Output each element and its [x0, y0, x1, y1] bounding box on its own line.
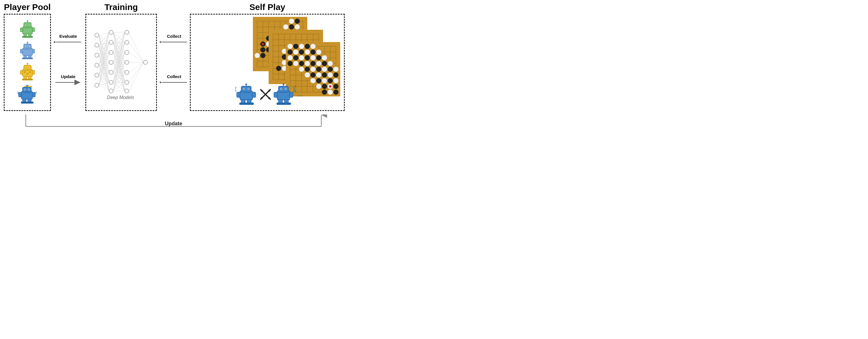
svg-rect-24 [32, 49, 35, 53]
svg-point-317 [287, 49, 293, 55]
svg-point-52 [24, 89, 26, 90]
svg-point-350 [333, 72, 339, 77]
svg-point-327 [310, 55, 316, 60]
svg-point-312 [287, 44, 293, 49]
svg-point-3 [27, 20, 28, 22]
svg-point-197 [109, 60, 113, 64]
robot-green [19, 20, 36, 38]
player-pool-column: Player Pool [2, 2, 53, 111]
svg-rect-373 [252, 92, 255, 97]
svg-point-248 [295, 24, 300, 30]
update-arrow-group-left: Update [54, 74, 83, 85]
svg-point-346 [310, 72, 316, 77]
svg-point-21 [29, 46, 30, 47]
svg-point-203 [125, 50, 129, 54]
svg-rect-38 [32, 70, 35, 74]
svg-point-246 [289, 24, 294, 30]
training-box: Deep Models [85, 14, 157, 111]
player-pool-title: Player Pool [4, 2, 51, 12]
svg-point-20 [25, 46, 26, 47]
svg-point-343 [328, 67, 333, 72]
svg-point-35 [29, 67, 30, 68]
bottom-update-area: Update [2, 111, 345, 134]
right-arrows-area: Collect Collect [158, 2, 190, 100]
battle-robot-left [236, 83, 258, 106]
svg-point-316 [310, 44, 316, 49]
collect-bottom-label: Collect [167, 74, 181, 79]
svg-rect-37 [20, 70, 23, 74]
battle-icon [258, 87, 273, 102]
training-column: Training [84, 2, 158, 111]
collect-top-arrow-group: Collect [160, 34, 188, 45]
svg-point-313 [293, 44, 299, 49]
self-play-box: … [190, 14, 345, 111]
svg-point-189 [95, 43, 99, 47]
svg-point-340 [310, 67, 316, 72]
svg-point-198 [109, 70, 113, 74]
svg-point-190 [95, 53, 99, 57]
collect-top-label: Collect [167, 34, 181, 39]
svg-rect-41 [22, 79, 33, 80]
svg-point-347 [316, 72, 321, 77]
svg-point-234 [260, 47, 266, 53]
svg-point-337 [328, 61, 333, 66]
svg-text:Update: Update [165, 121, 182, 127]
svg-line-128 [99, 62, 109, 85]
svg-point-201 [125, 30, 129, 34]
svg-point-205 [125, 70, 129, 74]
svg-point-318 [293, 49, 299, 55]
left-arrows-area: Evaluate Update [53, 2, 84, 100]
svg-point-251 [262, 43, 264, 45]
svg-point-386 [282, 83, 284, 85]
svg-point-49 [26, 85, 28, 86]
svg-rect-56 [32, 92, 35, 97]
svg-point-323 [287, 55, 293, 60]
update-arrow-left [54, 80, 83, 85]
battle-robot-right [273, 83, 296, 106]
svg-point-194 [109, 30, 113, 34]
robots-battle: … [191, 83, 344, 110]
svg-point-351 [310, 78, 316, 83]
svg-point-345 [305, 72, 310, 77]
svg-point-354 [328, 78, 333, 83]
svg-point-204 [125, 60, 129, 64]
collect-bottom-arrow [160, 80, 188, 85]
svg-line-183 [129, 53, 144, 62]
svg-point-206 [125, 80, 129, 84]
svg-point-321 [310, 49, 316, 55]
svg-line-186 [129, 62, 144, 82]
svg-rect-391 [274, 92, 277, 97]
svg-rect-395 [276, 103, 291, 105]
ellipsis: … [297, 91, 304, 98]
update-label-left: Update [61, 74, 75, 79]
evaluate-arrow [54, 39, 83, 45]
svg-point-389 [280, 89, 281, 90]
svg-point-319 [299, 49, 304, 55]
svg-point-202 [125, 40, 129, 44]
svg-point-285 [276, 66, 281, 71]
svg-point-329 [322, 55, 327, 60]
svg-point-332 [299, 61, 304, 66]
svg-point-336 [322, 61, 327, 66]
svg-point-326 [305, 55, 310, 60]
svg-point-330 [287, 61, 293, 66]
svg-point-193 [95, 83, 99, 87]
svg-point-53 [28, 89, 30, 90]
svg-point-31 [27, 63, 28, 64]
svg-point-367 [245, 83, 247, 85]
collect-top-arrow [160, 39, 188, 45]
svg-line-182 [129, 42, 144, 62]
svg-point-324 [293, 55, 299, 60]
svg-point-195 [109, 40, 113, 44]
svg-line-90 [99, 32, 109, 35]
svg-point-325 [299, 55, 304, 60]
svg-line-185 [129, 62, 144, 72]
robot-blue-light [19, 42, 36, 60]
svg-point-349 [328, 72, 333, 77]
svg-point-352 [316, 78, 321, 83]
svg-point-355 [333, 78, 339, 83]
svg-rect-10 [32, 28, 35, 32]
svg-line-60 [18, 92, 19, 93]
svg-point-207 [125, 89, 129, 93]
robot-yellow [19, 63, 36, 81]
